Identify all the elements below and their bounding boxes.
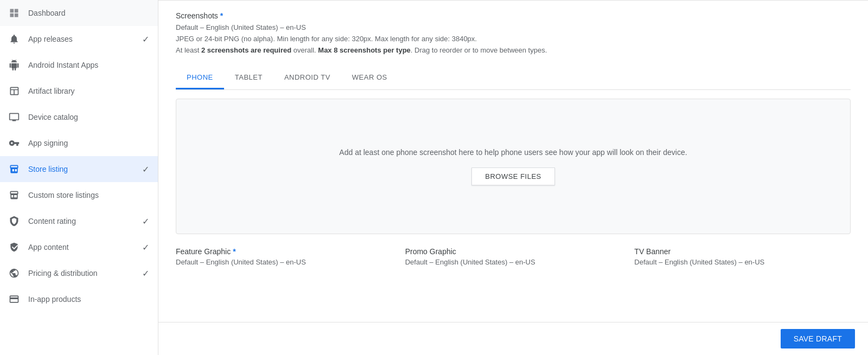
promo-graphic-title-text: Promo Graphic <box>405 247 456 256</box>
browse-files-button[interactable]: BROWSE FILES <box>471 167 555 185</box>
sidebar-item-label: Artifact library <box>28 87 149 95</box>
main-area: Screenshots * Default – English (United … <box>158 0 868 355</box>
dropzone-text: Add at least one phone screenshot here t… <box>339 148 687 157</box>
check-icon: ✓ <box>142 34 149 44</box>
screenshots-bold1: 2 screenshots are required <box>201 46 291 54</box>
feature-graphic-required: * <box>233 247 235 256</box>
tab-wear-os[interactable]: WEAR OS <box>341 67 398 89</box>
android-icon <box>9 60 20 70</box>
screenshots-section: Screenshots * Default – English (United … <box>176 1 851 56</box>
promo-graphic-subtitle: Default – English (United States) – en-U… <box>405 258 622 266</box>
sidebar-item-app-content[interactable]: App content ✓ <box>0 234 158 260</box>
tv-banner: TV Banner Default – English (United Stat… <box>634 247 851 266</box>
screenshots-subtitle-line3-pre: At least <box>176 46 201 54</box>
screenshot-tabs: PHONE TABLET ANDROID TV WEAR OS <box>176 67 851 90</box>
sidebar-item-dashboard[interactable]: Dashboard <box>0 0 158 26</box>
custom-store-icon <box>9 190 20 201</box>
tv-banner-title-text: TV Banner <box>634 247 671 256</box>
promo-graphic: Promo Graphic Default – English (United … <box>405 247 622 266</box>
sidebar-item-app-releases[interactable]: App releases ✓ <box>0 26 158 52</box>
feature-graphic-title-text: Feature Graphic <box>176 247 231 256</box>
sidebar-item-in-app-products[interactable]: In-app products <box>0 286 158 312</box>
screenshots-title: Screenshots * <box>176 11 851 20</box>
sidebar-item-label: Android Instant Apps <box>28 61 149 69</box>
screenshots-subtitle: Default – English (United States) – en-U… <box>176 22 851 56</box>
check-icon: ✓ <box>142 268 149 279</box>
bottom-bar: SAVE DRAFT <box>158 322 868 355</box>
screenshots-title-text: Screenshots <box>176 11 218 20</box>
graphics-row: Feature Graphic * Default – English (Uni… <box>176 247 851 266</box>
tv-banner-title: TV Banner <box>634 247 851 256</box>
globe-icon <box>9 268 20 279</box>
sidebar-item-custom-store-listings[interactable]: Custom store listings <box>0 182 158 208</box>
sidebar-item-android-instant-apps[interactable]: Android Instant Apps <box>0 52 158 78</box>
feature-graphic-subtitle: Default – English (United States) – en-U… <box>176 258 392 266</box>
content-area: Screenshots * Default – English (United … <box>158 0 868 322</box>
sidebar-item-device-catalog[interactable]: Device catalog <box>0 104 158 130</box>
tab-phone[interactable]: PHONE <box>176 67 224 89</box>
save-draft-button[interactable]: SAVE DRAFT <box>781 329 855 348</box>
sidebar-item-label: Device catalog <box>28 113 149 121</box>
screenshots-mid: overall. <box>291 46 318 54</box>
shield-icon <box>9 242 20 253</box>
sidebar-item-pricing-distribution[interactable]: Pricing & distribution ✓ <box>0 260 158 286</box>
check-icon: ✓ <box>142 164 149 175</box>
screenshot-dropzone[interactable]: Add at least one phone screenshot here t… <box>176 99 851 234</box>
sidebar-item-label: Custom store listings <box>28 191 149 199</box>
sidebar-item-label: App signing <box>28 139 149 147</box>
feature-graphic-title: Feature Graphic * <box>176 247 392 256</box>
sidebar-item-label: Content rating <box>28 217 133 225</box>
card-icon <box>9 294 20 305</box>
tv-banner-subtitle: Default – English (United States) – en-U… <box>634 258 851 266</box>
store-icon <box>9 164 20 175</box>
promo-graphic-title: Promo Graphic <box>405 247 622 256</box>
sidebar-item-content-rating[interactable]: Content rating ✓ <box>0 208 158 234</box>
content-rating-icon <box>9 216 20 227</box>
key-icon <box>9 138 20 149</box>
bell-icon <box>9 34 20 44</box>
check-icon: ✓ <box>142 242 149 253</box>
tab-android-tv[interactable]: ANDROID TV <box>273 67 341 89</box>
content-inner: Screenshots * Default – English (United … <box>158 0 868 283</box>
screenshots-subtitle-line1: Default – English (United States) – en-U… <box>176 23 306 31</box>
sidebar-item-label: Dashboard <box>28 9 149 17</box>
screenshots-post: . Drag to reorder or to move between typ… <box>411 46 547 54</box>
check-icon: ✓ <box>142 216 149 227</box>
sidebar: Dashboard App releases ✓ Android Instant… <box>0 0 158 355</box>
sidebar-item-label: Pricing & distribution <box>28 269 133 277</box>
screenshots-subtitle-line2: JPEG or 24-bit PNG (no alpha). Min lengt… <box>176 35 477 43</box>
table-icon <box>9 86 20 96</box>
feature-graphic: Feature Graphic * Default – English (Uni… <box>176 247 392 266</box>
tab-tablet[interactable]: TABLET <box>224 67 273 89</box>
sidebar-item-label: App releases <box>28 35 133 43</box>
sidebar-item-label: App content <box>28 243 133 251</box>
grid-icon <box>9 8 20 18</box>
device-icon <box>9 112 20 122</box>
sidebar-item-app-signing[interactable]: App signing <box>0 130 158 156</box>
screenshots-required: * <box>220 11 223 20</box>
sidebar-item-artifact-library[interactable]: Artifact library <box>0 78 158 104</box>
sidebar-item-label: In-app products <box>28 295 149 304</box>
sidebar-item-label: Store listing <box>28 165 133 173</box>
screenshots-bold2: Max 8 screenshots per type <box>318 46 411 54</box>
sidebar-item-store-listing[interactable]: Store listing ✓ <box>0 156 158 182</box>
